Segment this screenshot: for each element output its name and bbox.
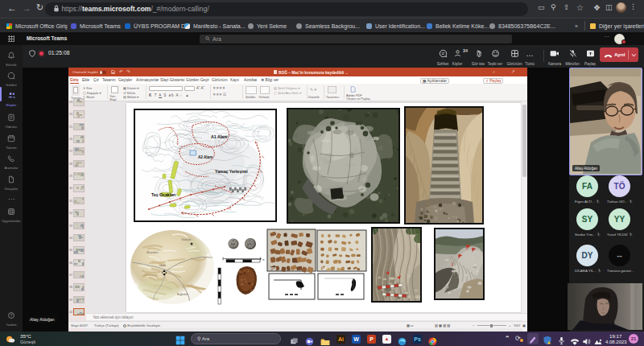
svg-text:İskan: İskan: [159, 263, 166, 267]
svg-text:Hisardere: Hisardere: [147, 251, 159, 254]
svg-text:W09: W09: [270, 266, 277, 270]
svg-text:YY09: YY09: [320, 266, 328, 270]
svg-text:Taş Ocakları: Taş Ocakları: [151, 192, 176, 197]
svg-text:Kaleçat: Kaleçat: [182, 238, 191, 241]
svg-text:Yamaç Yerleşimi: Yamaç Yerleşimi: [215, 169, 248, 174]
svg-text:A1 Alanı: A1 Alanı: [211, 134, 228, 139]
svg-text:Bağözlük: Bağözlük: [177, 293, 188, 296]
svg-text:m: m: [262, 258, 265, 262]
svg-text:?: ?: [10, 313, 13, 318]
svg-text:A2 Alanı: A2 Alanı: [198, 155, 213, 159]
